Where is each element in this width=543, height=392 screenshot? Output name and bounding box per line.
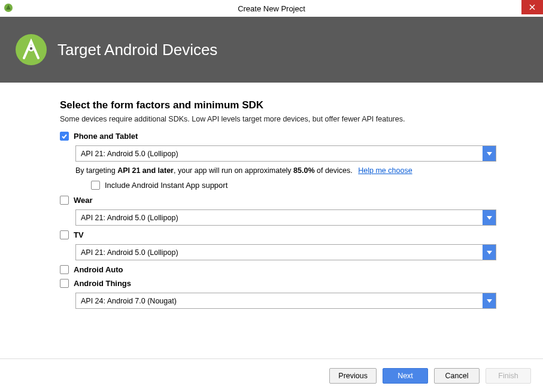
section-heading: Select the form factors and minimum SDK xyxy=(60,99,496,111)
close-button[interactable] xyxy=(521,0,543,14)
sdk-value-phone: API 21: Android 5.0 (Lollipop) xyxy=(76,150,483,158)
window-title: Create New Project xyxy=(238,4,305,13)
sdk-value-wear: API 21: Android 5.0 (Lollipop) xyxy=(76,214,483,222)
dropdown-icon xyxy=(483,210,496,225)
dropdown-icon xyxy=(483,245,496,260)
dropdown-icon xyxy=(483,146,496,161)
sdk-select-things[interactable]: API 24: Android 7.0 (Nougat) xyxy=(75,293,496,309)
label-tv: TV xyxy=(74,230,84,239)
label-things: Android Things xyxy=(74,279,131,288)
content-area: Select the form factors and minimum SDK … xyxy=(0,83,543,309)
svg-marker-6 xyxy=(487,152,492,156)
help-me-choose-link[interactable]: Help me choose xyxy=(358,166,412,175)
section-subtitle: Some devices require additional SDKs. Lo… xyxy=(60,115,496,123)
svg-point-5 xyxy=(30,47,32,50)
dropdown-icon xyxy=(483,293,496,308)
sdk-select-phone[interactable]: API 21: Android 5.0 (Lollipop) xyxy=(75,145,496,162)
sdk-select-wear[interactable]: API 21: Android 5.0 (Lollipop) xyxy=(75,209,496,226)
form-factor-row-tv: TV xyxy=(60,230,496,239)
checkbox-tv[interactable] xyxy=(60,230,69,239)
form-factor-row-wear: Wear xyxy=(60,196,496,205)
sdk-select-tv[interactable]: API 21: Android 5.0 (Lollipop) xyxy=(75,244,496,260)
finish-button: Finish xyxy=(486,368,531,384)
form-factor-row-phone: Phone and Tablet xyxy=(60,132,496,141)
form-factor-row-auto: Android Auto xyxy=(60,265,496,274)
label-wear: Wear xyxy=(74,196,93,205)
checkbox-auto[interactable] xyxy=(60,265,69,274)
sdk-value-tv: API 21: Android 5.0 (Lollipop) xyxy=(76,248,483,257)
label-instant-app: Include Android Instant App support xyxy=(105,181,227,190)
app-icon xyxy=(4,3,13,14)
checkbox-phone[interactable] xyxy=(60,132,69,141)
svg-marker-9 xyxy=(487,299,492,303)
next-button[interactable]: Next xyxy=(383,368,428,384)
coverage-note: By targeting API 21 and later, your app … xyxy=(75,166,496,175)
window-titlebar: Create New Project xyxy=(0,0,543,17)
previous-button[interactable]: Previous xyxy=(329,368,377,384)
cancel-button[interactable]: Cancel xyxy=(434,368,480,384)
svg-marker-8 xyxy=(487,251,492,254)
dialog-footer: Previous Next Cancel Finish xyxy=(0,358,543,392)
checkbox-wear[interactable] xyxy=(60,196,69,205)
instant-app-row: Include Android Instant App support xyxy=(91,181,496,190)
form-factor-row-things: Android Things xyxy=(60,279,496,288)
checkbox-instant-app[interactable] xyxy=(91,181,100,190)
dialog-header: Target Android Devices xyxy=(0,17,543,83)
svg-marker-7 xyxy=(487,216,492,220)
label-phone: Phone and Tablet xyxy=(74,132,138,141)
checkbox-things[interactable] xyxy=(60,279,69,288)
sdk-value-things: API 24: Android 7.0 (Nougat) xyxy=(76,297,483,305)
page-title: Target Android Devices xyxy=(57,41,217,59)
label-auto: Android Auto xyxy=(74,265,123,274)
android-studio-icon xyxy=(14,33,48,66)
